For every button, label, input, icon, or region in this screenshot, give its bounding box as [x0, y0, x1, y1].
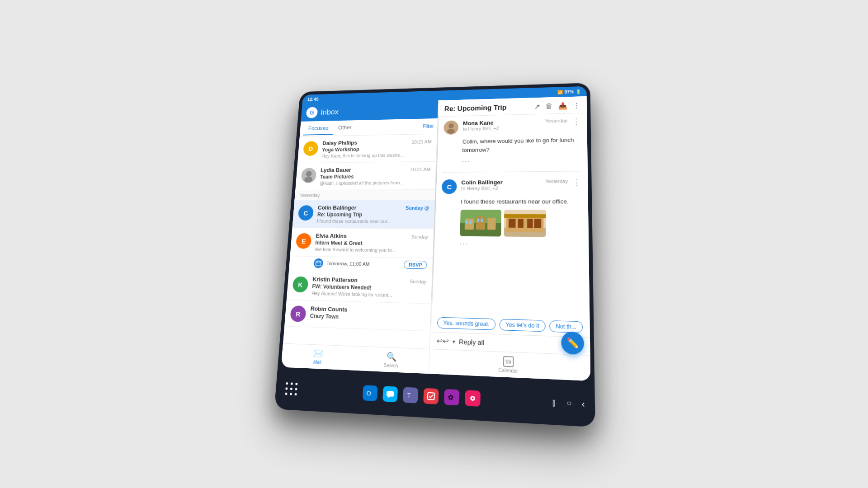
svg-rect-28 — [387, 391, 394, 397]
android-apps-dock: O T ✿ — [363, 385, 481, 407]
filter-button[interactable]: Filter — [422, 123, 434, 129]
email-item-robin[interactable]: R Robin Counts Crazy Town — [284, 300, 431, 331]
avatar-robin: R — [290, 305, 307, 322]
svg-rect-17 — [477, 218, 479, 222]
email-content-colin: Colin Ballinger Sunday @ Re: Upcoming Tr… — [317, 204, 429, 224]
email-item-daisy[interactable]: D Daisy Phillips 10:21 AM Yoga Workshop … — [297, 134, 437, 164]
quick-reply-yes-sounds-great[interactable]: Yes, sounds great. — [437, 317, 496, 330]
more-options-icon[interactable]: ⋮ — [573, 102, 580, 110]
time-kristin: Sunday — [410, 279, 427, 285]
email-top-daisy: Daisy Phillips 10:21 AM — [322, 138, 432, 146]
preview-elvia: We look forward to welcoming you to... — [315, 247, 428, 253]
app-area: G Inbox Focused Other Filter — [281, 96, 590, 381]
nav-calendar[interactable]: 15 Calendar — [429, 353, 590, 377]
battery-icon: 🔋 — [576, 89, 581, 94]
android-home-button[interactable]: ○ — [566, 399, 571, 408]
svg-rect-3 — [316, 261, 321, 266]
app-outlook[interactable]: O — [363, 385, 378, 401]
ellipsis-colin: ... — [460, 238, 469, 246]
signal-icon: 📶 — [557, 89, 563, 94]
svg-rect-16 — [469, 220, 472, 224]
restaurant-image-1 — [460, 210, 501, 236]
svg-rect-31 — [428, 393, 434, 400]
ellipsis-mona: ... — [462, 156, 471, 164]
date-separator-yesterday: Yesterday — [294, 190, 435, 200]
email-content-elvia: Elvia Atkins Sunday Intern Meet & Greet … — [315, 232, 428, 253]
email-item-elvia[interactable]: E Elvia Atkins Sunday Intern Meet & Gree… — [290, 228, 434, 258]
svg-rect-14 — [487, 217, 496, 230]
nav-mail[interactable]: ✉️ Mail — [281, 347, 354, 367]
thread-to-colin: to Henry Brill, +2 — [461, 185, 541, 191]
app-teams[interactable]: T — [403, 387, 418, 404]
app-header: G Inbox — [301, 100, 438, 122]
svg-rect-26 — [504, 214, 546, 218]
thread-divider-mona: ... — [462, 154, 581, 163]
rsvp-button[interactable]: RSVP — [404, 261, 427, 269]
delete-icon[interactable]: 🗑 — [546, 102, 553, 110]
battery-label: 97% — [565, 89, 574, 94]
svg-text:O: O — [366, 389, 371, 397]
app-grid-button[interactable] — [284, 381, 299, 397]
detail-header-actions: ↗ 🗑 📥 ⋮ — [534, 102, 580, 111]
sender-lydia: Lydia Bauer — [321, 167, 352, 173]
reply-all-button[interactable]: Reply all — [459, 338, 484, 347]
email-list: D Daisy Phillips 10:21 AM Yoga Workshop … — [283, 134, 437, 349]
compose-icon: ✏️ — [566, 337, 579, 349]
thread-to-mona: to Henry Brill, +2 — [463, 125, 541, 131]
app-chat[interactable] — [382, 386, 398, 402]
sender-kristin: Kristin Patterson — [312, 276, 358, 284]
quick-reply-not-this[interactable]: Not th... — [549, 320, 583, 333]
thread-avatar-colin: C — [442, 179, 457, 194]
sender-robin: Robin Counts — [310, 305, 347, 313]
android-recents-button[interactable]: ⫿ — [552, 397, 557, 408]
svg-rect-24 — [527, 219, 533, 228]
email-content-daisy: Daisy Phillips 10:21 AM Yoga Workshop He… — [321, 138, 432, 159]
subject-lydia: Team Pictures — [320, 173, 431, 180]
status-time: 12:45 — [307, 97, 319, 102]
thread-item-colin: C Colin Ballinger to Henry Brill, +2 Yes… — [440, 178, 582, 249]
thread-body-colin: I found these restaurants near our offic… — [461, 197, 581, 206]
thread-time-mona: Yesterday — [545, 118, 567, 123]
android-back-button[interactable]: ‹ — [582, 399, 585, 409]
email-top-elvia: Elvia Atkins Sunday — [316, 232, 428, 240]
status-bar-right: 📶 97% 🔋 — [557, 89, 581, 94]
svg-rect-18 — [481, 218, 483, 222]
email-item-kristin[interactable]: K Kristin Patterson Sunday FW: Volunteer… — [287, 271, 432, 304]
app-recorder[interactable] — [465, 390, 481, 407]
archive-icon[interactable]: 📥 — [558, 102, 567, 110]
thread-more-colin[interactable]: ⋮ — [573, 178, 581, 187]
preview-daisy: Hey Katri, this is coming up this weeke.… — [321, 152, 431, 158]
thread-sender-row-colin: C Colin Ballinger to Henry Brill, +2 Yes… — [442, 178, 581, 194]
email-top-lydia: Lydia Bauer 10:21 AM — [321, 166, 431, 173]
reply-arrows-icon: ↩↩ — [437, 336, 449, 346]
inbox-title: Inbox — [321, 105, 433, 117]
email-thread: Mona Kane to Henry Brill, +2 Yesterday ⋮… — [431, 113, 590, 318]
nav-mail-label: Mail — [313, 360, 322, 365]
time-colin: Sunday @ — [406, 205, 429, 211]
nav-calendar-label: Calendar — [498, 367, 518, 374]
avatar-daisy: D — [303, 141, 319, 156]
screen: 12:45 📶 97% 🔋 G — [281, 86, 590, 381]
thread-more-mona[interactable]: ⋮ — [572, 117, 580, 125]
tab-other[interactable]: Other — [333, 121, 357, 135]
tab-focused[interactable]: Focused — [303, 122, 334, 136]
reply-chevron-icon: ▾ — [453, 338, 456, 345]
svg-rect-15 — [466, 220, 468, 224]
mail-icon: ✉️ — [313, 348, 323, 359]
thread-avatar-mona — [443, 120, 459, 135]
event-time-label: Tomorrow, 11:00 AM — [326, 261, 401, 267]
thread-sender-row-mona: Mona Kane to Henry Brill, +2 Yesterday ⋮ — [443, 117, 580, 135]
app-tasks[interactable] — [423, 388, 439, 404]
phone-body: 12:45 📶 97% 🔋 G — [274, 83, 595, 427]
sender-daisy: Daisy Phillips — [322, 140, 358, 146]
email-item-lydia[interactable]: Lydia Bauer 10:21 AM Team Pictures @Katr… — [295, 162, 436, 191]
restaurant-image-2 — [504, 210, 546, 237]
external-link-icon[interactable]: ↗ — [534, 103, 540, 111]
email-item-colin[interactable]: C Colin Ballinger Sunday @ Re: Upcoming … — [292, 200, 435, 229]
nav-search[interactable]: 🔍 Search — [354, 350, 429, 370]
app-lotus[interactable]: ✿ — [444, 389, 460, 406]
quick-reply-yes-lets-do-it[interactable]: Yes let's do it — [499, 319, 545, 332]
thread-sender-name-colin: Colin Ballinger — [461, 179, 540, 186]
avatar-kristin: K — [292, 277, 308, 293]
thread-separator — [442, 171, 581, 173]
